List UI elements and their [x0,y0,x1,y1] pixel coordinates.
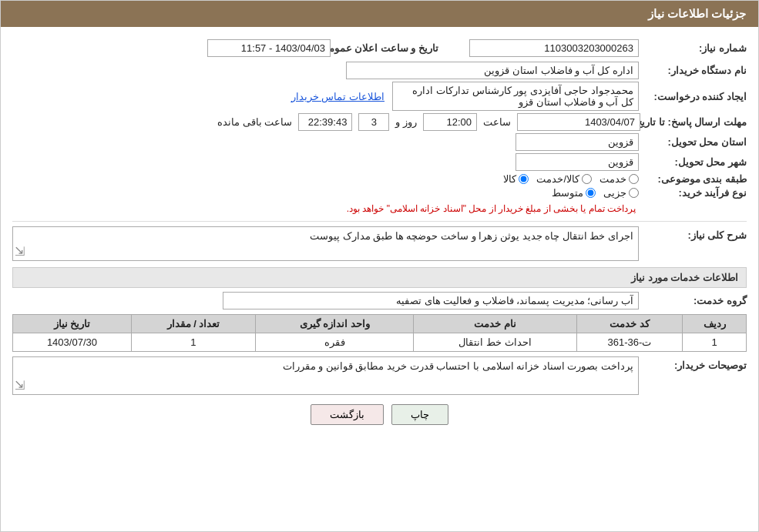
tarikh-elaan-label: تاریخ و ساعت اعلان عمومی: [338,42,438,54]
tarikh-elaan-value: 1403/04/03 - 11:57 [207,39,331,57]
radio-motavasset[interactable]: متوسط [552,187,596,199]
radio-kala-khedmat[interactable]: کالا/خدمت [536,173,592,185]
cell-tarikh: 1403/07/30 [13,333,132,352]
col-name: نام خدمت [414,315,576,333]
shomara-niaz-label: شماره نیاز: [646,42,747,54]
ijad-value: محمدجواد حاجی آفایزدی پور کارشناس تدارکا… [392,82,639,111]
dastgah-value: اداره کل آب و فاضلاب استان قزوین [346,62,639,79]
saat-value: 12:00 [423,113,477,131]
print-button[interactable]: چاپ [391,404,448,425]
resize-handle-2: ⇲ [15,378,25,393]
col-tarikh: تاریخ نیاز [13,315,132,333]
table-row: 1 ت-36-361 احداث خط انتقال فقره 1 1403/0… [13,333,747,352]
cell-vahed: فقره [256,333,414,352]
footer-buttons: چاپ بازگشت [12,404,747,425]
col-radif: ردیف [683,315,747,333]
cell-kod: ت-36-361 [576,333,683,352]
shahr-value: قزوین [516,153,639,171]
radio-khedmat[interactable]: خدمت [599,173,639,185]
resize-handle: ⇲ [15,244,25,259]
page-title: جزئیات اطلاعات نیاز [648,7,746,20]
ijad-link[interactable]: اطلاعات تماس خریدار [291,91,385,102]
goroh-value: آب رسانی؛ مدیریت پسماند، فاضلاب و فعالیت… [223,292,639,309]
col-kod: کد خدمت [576,315,683,333]
ostan-value: قزوین [516,133,639,151]
cell-name: احداث خط انتقال [414,333,576,352]
farayand-label: نوع فرآیند خرید: [646,187,747,199]
dastgah-label: نام دستگاه خریدار: [646,65,747,76]
tarikh-pasokh-value: 1403/04/07 [517,113,640,131]
ostan-label: استان محل تحویل: [646,136,747,148]
radio-jozi[interactable]: جزیی [603,187,639,199]
col-vahed: واحد اندازه گیری [256,315,414,333]
cell-tedad: 1 [131,333,255,352]
shahr-label: شهر محل تحویل: [646,156,747,168]
roz-value: 3 [358,113,389,131]
page-header: جزئیات اطلاعات نیاز [1,1,758,27]
farayand-radio-group: جزیی متوسط [344,187,639,199]
ijad-label: ایجاد کننده درخواست: [646,91,747,102]
shomara-niaz-value: 1103003203000263 [469,39,639,57]
tosif-value: پرداخت بصورت اسناد خزانه اسلامی با احتسا… [283,360,633,372]
radio-kala[interactable]: کالا [503,173,529,185]
saat-label: ساعت [483,116,511,128]
sharh-value: اجرای خط انتقال چاه جدید یوثن زهرا و ساخ… [310,230,633,242]
col-tedad: تعداد / مقدار [131,315,255,333]
baqi-value: 22:39:43 [298,113,352,131]
cell-radif: 1 [683,333,747,352]
tosif-label: توصیحات خریدار: [646,356,747,371]
services-table: ردیف کد خدمت نام خدمت واحد اندازه گیری ت… [12,314,747,352]
roz-label: روز و [395,116,417,128]
farayand-note: پرداخت تمام یا بخشی از مبلغ خریدار از مح… [344,201,639,216]
khadamat-section-header: اطلاعات خدمات مورد نیاز [12,267,747,288]
sharh-label: شرح کلی نیاز: [646,226,747,241]
goroh-label: گروه خدمت: [646,295,747,306]
back-button[interactable]: بازگشت [311,404,384,425]
baqi-label: ساعت باقی مانده [217,116,292,128]
mohlat-label: مهلت ارسال پاسخ: تا تاریخ: [646,116,747,128]
tabaqe-label: طبقه بندی موضوعی: [646,173,747,185]
tabaqe-radio-group: خدمت کالا/خدمت کالا [503,173,639,185]
